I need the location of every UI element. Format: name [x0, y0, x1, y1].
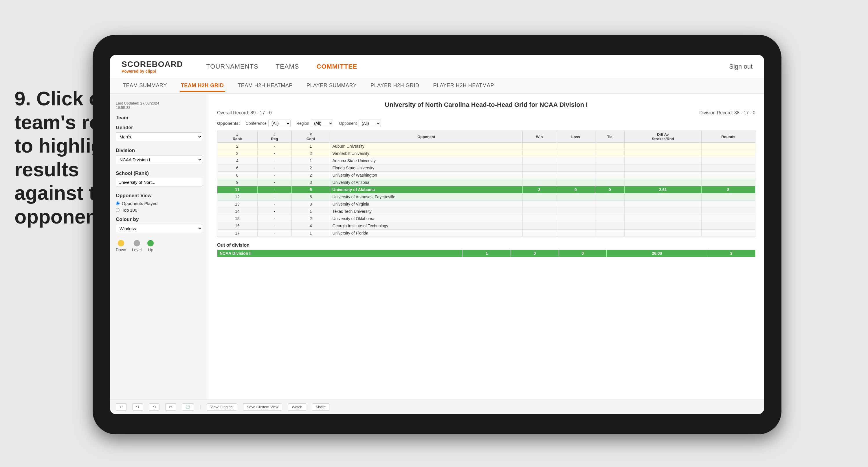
cell-reg: -	[257, 143, 291, 150]
back-button[interactable]: ⟲	[149, 403, 159, 411]
cell-rank: 4	[217, 157, 257, 165]
nav-teams[interactable]: TEAMS	[276, 60, 299, 73]
conference-filter-select[interactable]: (All)	[268, 120, 290, 127]
cell-diff	[624, 150, 701, 157]
out-division-name: NCAA Division II	[217, 250, 463, 257]
cell-win	[523, 215, 556, 222]
logo-scoreboard: SCOREBOARD	[122, 60, 183, 69]
table-row[interactable]: 13-3University of Virginia	[217, 201, 755, 208]
cell-opponent: University of Florida	[330, 230, 523, 237]
view-button[interactable]: View: Original	[207, 403, 237, 411]
sign-out-button[interactable]: Sign out	[729, 63, 752, 70]
opponent-view-radio-group: Opponents Played Top 100	[116, 201, 202, 212]
table-row[interactable]: 3-2Vanderbilt University	[217, 150, 755, 157]
cell-win	[523, 143, 556, 150]
tab-player-h2h-grid[interactable]: PLAYER H2H GRID	[369, 80, 420, 92]
table-header-row: #Rank #Reg #Conf Opponent Win Loss Tie D…	[217, 131, 755, 143]
bottom-toolbar: ↩ ↪ ⟲ ✂ 🕐 | View: Original Save Custom V…	[110, 400, 764, 414]
gender-select[interactable]: Men's	[116, 132, 202, 141]
legend-down: Down	[116, 240, 126, 252]
cell-rounds	[701, 157, 755, 165]
cell-tie	[595, 208, 624, 215]
nav-tournaments[interactable]: TOURNAMENTS	[206, 60, 258, 73]
division-label: Division	[116, 148, 202, 153]
cell-reg: -	[257, 201, 291, 208]
out-division-row[interactable]: NCAA Division II 1 0 0 26.00 3	[217, 250, 755, 257]
out-division-win: 1	[463, 250, 511, 257]
cell-reg: -	[257, 165, 291, 172]
cell-diff	[624, 230, 701, 237]
table-row[interactable]: 11-5University of Alabama3002.618	[217, 186, 755, 194]
cell-diff	[624, 201, 701, 208]
cell-rounds	[701, 201, 755, 208]
last-updated-time: 16:55:38	[116, 106, 130, 110]
cell-rounds	[701, 194, 755, 201]
table-row[interactable]: 9-3University of Arizona	[217, 179, 755, 186]
top-nav: SCOREBOARD Powered by clippi TOURNAMENTS…	[110, 55, 764, 78]
tab-team-h2h-heatmap[interactable]: TEAM H2H HEATMAP	[237, 80, 294, 92]
table-row[interactable]: 16-4Georgia Institute of Technology	[217, 222, 755, 230]
colour-by-select[interactable]: Win/loss	[116, 224, 202, 233]
cell-conf: 2	[291, 172, 330, 179]
cell-tie	[595, 143, 624, 150]
table-row[interactable]: 8-2University of Washington	[217, 172, 755, 179]
cell-conf: 4	[291, 222, 330, 230]
tab-player-summary[interactable]: PLAYER SUMMARY	[305, 80, 358, 92]
table-row[interactable]: 14-1Texas Tech University	[217, 208, 755, 215]
division-select[interactable]: NCAA Division I	[116, 155, 202, 164]
nav-committee[interactable]: COMMITTEE	[317, 60, 358, 73]
cell-rounds	[701, 179, 755, 186]
cell-rank: 12	[217, 194, 257, 201]
toolbar-sep: |	[200, 405, 201, 409]
cell-win	[523, 208, 556, 215]
cell-rank: 14	[217, 208, 257, 215]
opponents-played-radio[interactable]	[116, 202, 120, 205]
undo-button[interactable]: ↩	[116, 403, 126, 411]
cell-loss	[556, 215, 595, 222]
cell-reg: -	[257, 208, 291, 215]
table-row[interactable]: 6-2Florida State University	[217, 165, 755, 172]
sub-nav: TEAM SUMMARY TEAM H2H GRID TEAM H2H HEAT…	[110, 78, 764, 94]
tab-team-h2h-grid[interactable]: TEAM H2H GRID	[180, 80, 225, 92]
tab-player-h2h-heatmap[interactable]: PLAYER H2H HEATMAP	[432, 80, 495, 92]
division-record: Division Record: 88 - 17 - 0	[699, 110, 755, 116]
cell-win: 3	[523, 186, 556, 194]
top-100-radio[interactable]	[116, 208, 120, 212]
top-100-option[interactable]: Top 100	[116, 208, 202, 212]
cell-diff	[624, 215, 701, 222]
region-filter-select[interactable]: (All)	[311, 120, 333, 127]
redo-button[interactable]: ↪	[132, 403, 143, 411]
logo-powered: Powered by clippi	[122, 69, 183, 74]
table-row[interactable]: 4-1Arizona State University	[217, 157, 755, 165]
col-opponent: Opponent	[330, 131, 523, 143]
cell-diff	[624, 172, 701, 179]
cell-reg: -	[257, 222, 291, 230]
cell-rank: 16	[217, 222, 257, 230]
table-row[interactable]: 17-1University of Florida	[217, 230, 755, 237]
cell-tie	[595, 165, 624, 172]
cut-button[interactable]: ✂	[165, 403, 176, 411]
opponent-filter-select[interactable]: (All)	[359, 120, 381, 127]
cell-rounds	[701, 172, 755, 179]
school-input[interactable]	[116, 178, 202, 186]
out-division-diff: 26.00	[607, 250, 707, 257]
brand-name: clippi	[145, 69, 156, 74]
powered-by-label: Powered by	[122, 69, 145, 74]
table-row[interactable]: 15-2University of Oklahoma	[217, 215, 755, 222]
opponents-played-option[interactable]: Opponents Played	[116, 201, 202, 206]
watch-button[interactable]: Watch	[288, 403, 306, 411]
tab-team-summary[interactable]: TEAM SUMMARY	[122, 80, 168, 92]
col-loss: Loss	[556, 131, 595, 143]
table-row[interactable]: 2-1Auburn University	[217, 143, 755, 150]
cell-rank: 11	[217, 186, 257, 194]
legend-level-dot	[134, 240, 140, 246]
share-button[interactable]: Share	[312, 403, 330, 411]
cell-reg: -	[257, 186, 291, 194]
cell-diff	[624, 208, 701, 215]
cell-reg: -	[257, 172, 291, 179]
save-custom-button[interactable]: Save Custom View	[243, 403, 282, 411]
main-content: Last Updated: 27/03/2024 16:55:38 Team G…	[110, 94, 764, 400]
table-row[interactable]: 12-6University of Arkansas, Fayetteville	[217, 194, 755, 201]
legend-up-label: Up	[148, 247, 153, 252]
clock-button[interactable]: 🕐	[182, 403, 194, 411]
